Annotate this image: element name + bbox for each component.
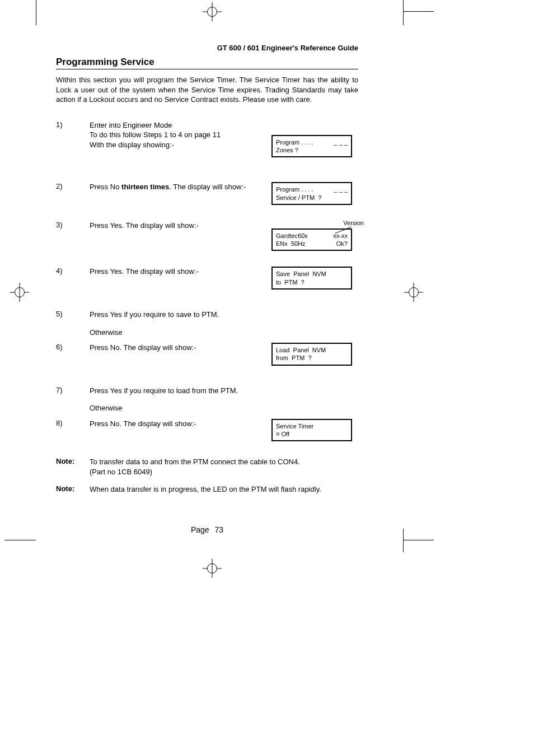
step-text: Enter into Engineer Mode To do this foll… <box>90 120 271 158</box>
lcd-text: _ _ _ <box>334 185 348 193</box>
lcd-text: ENx 50Hz <box>276 240 306 248</box>
lcd-display: Program . . . . _ _ _ Zones ? <box>271 135 352 158</box>
step-display: Service Timer = Off <box>271 419 358 442</box>
version-label: Version <box>343 220 364 226</box>
step-text: Press Yes. The display will show:- <box>90 221 271 251</box>
step-text: Press Yes if you require to load from th… <box>90 386 271 413</box>
step-number: 4) <box>56 267 90 290</box>
step-number: 3) <box>56 221 90 251</box>
content-area: GT 600 / 601 Engineer's Reference Guide … <box>56 44 358 494</box>
lcd-text: Ok? <box>336 240 348 248</box>
lcd-text: Service / PTM ? <box>276 194 321 202</box>
steps-list: 1) Enter into Engineer Mode To do this f… <box>56 120 358 494</box>
step-text: Press No. The display will show:- <box>90 343 271 366</box>
step-number: 2) <box>56 182 90 205</box>
step-text: Press Yes. The display will show:- <box>90 267 271 290</box>
page-label: Page <box>191 525 209 534</box>
step-number: 8) <box>56 419 90 442</box>
note-line: To transfer data to and from the PTM con… <box>90 457 354 467</box>
step-number: 1) <box>56 120 90 158</box>
step-display: Version Gardtec60x xx-xx ENx 50Hz Ok? <box>271 221 358 251</box>
document-header: GT 600 / 601 Engineer's Reference Guide <box>56 44 358 52</box>
step-display <box>271 386 358 413</box>
registration-mark-icon <box>203 559 222 578</box>
step-line: Press Yes if you require to load from th… <box>90 386 267 396</box>
note-text: When data transfer is in progress, the L… <box>90 484 358 494</box>
note-line: (Part no 1CB 6049) <box>90 467 354 477</box>
step-line: Otherwise <box>90 403 267 413</box>
intro-paragraph: Within this section you will program the… <box>56 75 358 105</box>
page: GT 600 / 601 Engineer's Reference Guide … <box>0 0 534 756</box>
lcd-display: Program . . . . _ _ _ Service / PTM ? <box>271 182 352 205</box>
step-text: Press No. The display will show:- <box>90 419 271 442</box>
svg-line-0 <box>335 227 352 234</box>
page-number-value: 73 <box>215 525 224 534</box>
step-line: Enter into Engineer Mode <box>90 120 267 130</box>
lcd-text: to PTM ? <box>276 278 305 286</box>
step-display <box>271 310 358 337</box>
crop-mark <box>403 11 434 12</box>
step-display: Program . . . . _ _ _ Service / PTM ? <box>271 182 358 205</box>
step-number: 5) <box>56 310 90 337</box>
lcd-text: Program . . . . <box>276 185 313 193</box>
lcd-text: _ _ _ <box>334 138 348 146</box>
crop-mark <box>403 529 404 552</box>
step-line: With the display showing:- <box>90 140 267 150</box>
registration-mark-icon <box>404 283 423 302</box>
step-line-bold: thirteen times <box>121 183 169 191</box>
lcd-text: = Off <box>276 430 289 438</box>
registration-mark-icon <box>203 2 222 21</box>
step-display: Save Panel NVM to PTM ? <box>271 267 358 290</box>
step-line: Otherwise <box>90 328 267 338</box>
step-line: Press No <box>90 183 121 191</box>
step-display: Program . . . . _ _ _ Zones ? <box>271 120 358 158</box>
note-text: To transfer data to and from the PTM con… <box>90 457 358 477</box>
version-callout: Version Gardtec60x xx-xx ENx 50Hz Ok? <box>271 228 358 251</box>
lcd-text: Zones ? <box>276 146 298 154</box>
page-number: Page 73 <box>56 525 358 534</box>
step-number: 7) <box>56 386 90 413</box>
note-label: Note: <box>56 484 90 494</box>
step-line: Press Yes if you require to save to PTM. <box>90 310 267 320</box>
lcd-display: Service Timer = Off <box>271 419 352 442</box>
registration-mark-icon <box>10 283 29 302</box>
lcd-text: Load Panel NVM <box>276 346 326 354</box>
lcd-text: Gardtec60x <box>276 232 308 240</box>
step-line: . The display will show:- <box>169 183 246 191</box>
crop-mark <box>403 0 404 25</box>
step-display: Load Panel NVM from PTM ? <box>271 343 358 366</box>
step-number: 6) <box>56 343 90 366</box>
step-text: Press No thirteen times. The display wil… <box>90 182 271 205</box>
crop-mark <box>4 540 36 540</box>
lcd-display: Save Panel NVM to PTM ? <box>271 267 352 290</box>
note-label: Note: <box>56 457 90 477</box>
crop-mark <box>36 0 36 25</box>
leader-line-icon <box>335 227 352 234</box>
crop-mark <box>403 540 434 540</box>
lcd-text: Service Timer <box>276 422 313 430</box>
lcd-display: Load Panel NVM from PTM ? <box>271 343 352 366</box>
step-text: Press Yes if you require to save to PTM.… <box>90 310 271 337</box>
step-line: To do this follow Steps 1 to 4 on page 1… <box>90 130 267 140</box>
lcd-text: Save Panel NVM <box>276 270 326 278</box>
lcd-text: Program . . . . <box>276 138 313 146</box>
lcd-text: from PTM ? <box>276 354 312 362</box>
section-title: Programming Service <box>56 57 358 69</box>
